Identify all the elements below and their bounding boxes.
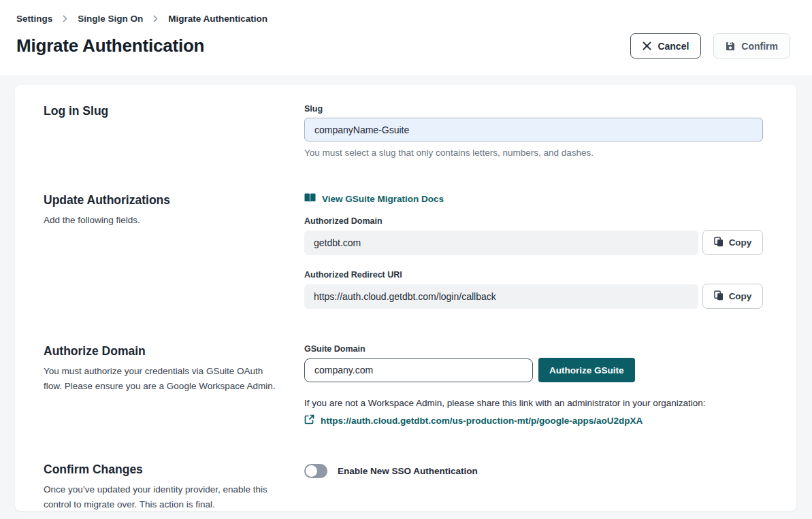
save-icon (726, 41, 735, 51)
section-heading-update-authorizations: Update Authorizations (44, 193, 284, 207)
copy-icon (714, 237, 724, 249)
cancel-button[interactable]: Cancel (630, 33, 701, 58)
section-desc-authorize-domain: You must authorize your credentials via … (44, 364, 278, 395)
header-actions: Cancel Confirm (630, 33, 790, 58)
page-header: Settings Single Sign On Migrate Authenti… (0, 0, 812, 75)
breadcrumb-single-sign-on[interactable]: Single Sign On (78, 14, 143, 24)
copy-icon (714, 290, 724, 303)
authorized-domain-label: Authorized Domain (304, 216, 763, 226)
section-login-slug: Log in Slug Slug You must select a slug … (44, 104, 763, 158)
slug-field-label: Slug (304, 104, 763, 114)
chevron-right-icon (152, 15, 159, 22)
authorize-gsuite-button[interactable]: Authorize GSuite (538, 358, 635, 382)
content-area: Log in Slug Slug You must select a slug … (0, 75, 812, 519)
x-icon (643, 41, 651, 50)
section-desc-update-authorizations: Add the following fields. (44, 213, 278, 228)
settings-card: Log in Slug Slug You must select a slug … (15, 85, 796, 511)
authorized-redirect-uri-value: https://auth.cloud.getdbt.com/login/call… (304, 284, 698, 309)
book-icon (304, 193, 316, 205)
copy-authorized-domain-button[interactable]: Copy (702, 230, 763, 255)
breadcrumb-migrate-authentication: Migrate Authentication (168, 14, 267, 24)
enable-sso-toggle-label: Enable New SSO Authentication (338, 466, 478, 476)
admin-share-link[interactable]: https://auth.cloud.getdbt.com/us-product… (321, 416, 643, 426)
section-authorize-domain: Authorize Domain You must authorize your… (44, 344, 763, 427)
workspace-admin-note: If you are not a Workspace Admin, please… (304, 398, 763, 408)
toggle-knob (306, 465, 317, 477)
authorized-domain-value: getdbt.com (304, 231, 698, 255)
section-heading-login-slug: Log in Slug (44, 104, 284, 118)
breadcrumb-settings[interactable]: Settings (16, 14, 52, 24)
chevron-right-icon (62, 15, 68, 22)
section-desc-confirm-changes: Once you’ve updated your identity provid… (44, 482, 278, 513)
authorized-domain-group: Authorized Domain getdbt.com Copy (304, 216, 763, 255)
section-heading-confirm-changes: Confirm Changes (44, 463, 284, 477)
copy-button-label: Copy (729, 237, 752, 248)
breadcrumb: Settings Single Sign On Migrate Authenti… (16, 14, 790, 24)
confirm-button[interactable]: Confirm (713, 33, 790, 58)
section-update-authorizations: Update Authorizations Add the following … (44, 193, 763, 309)
enable-sso-toggle[interactable] (304, 464, 327, 478)
gsuite-migration-docs-link[interactable]: View GSuite Migration Docs (304, 193, 444, 205)
slug-helper-text: You must select a slug that only contain… (304, 148, 763, 158)
gsuite-domain-label: GSuite Domain (304, 344, 763, 354)
gsuite-domain-input[interactable] (304, 358, 533, 382)
section-heading-authorize-domain: Authorize Domain (44, 344, 284, 358)
copy-button-label: Copy (729, 291, 752, 301)
page-title: Migrate Authentication (16, 35, 204, 56)
confirm-button-label: Confirm (741, 41, 778, 52)
copy-redirect-uri-button[interactable]: Copy (702, 284, 763, 309)
authorized-redirect-uri-label: Authorized Redirect URI (304, 270, 763, 280)
gsuite-migration-docs-link-label: View GSuite Migration Docs (322, 194, 444, 204)
slug-input[interactable] (304, 118, 763, 141)
authorized-redirect-uri-group: Authorized Redirect URI https://auth.clo… (304, 270, 763, 309)
cancel-button-label: Cancel (657, 41, 689, 52)
external-link-icon (304, 414, 314, 427)
section-confirm-changes: Confirm Changes Once you’ve updated your… (44, 463, 763, 513)
